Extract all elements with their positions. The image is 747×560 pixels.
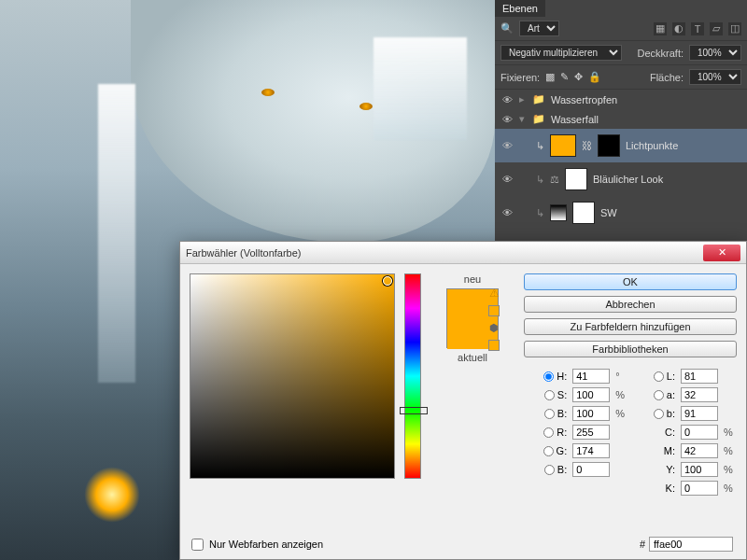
- gamut-swatch[interactable]: [488, 305, 500, 316]
- g-input[interactable]: [572, 443, 610, 458]
- current-label: aktuell: [458, 352, 487, 363]
- cancel-button[interactable]: Abbrechen: [524, 296, 737, 313]
- search-icon: 🔍: [500, 22, 514, 35]
- r-input[interactable]: [572, 425, 610, 440]
- hex-prefix: #: [640, 539, 645, 550]
- webonly-checkbox[interactable]: [191, 539, 204, 551]
- lock-trans-icon[interactable]: ▩: [545, 71, 555, 83]
- opacity-input[interactable]: 100%: [689, 45, 741, 61]
- l-radio[interactable]: [654, 371, 664, 382]
- hex-input[interactable]: [649, 537, 733, 552]
- fill-label: Fläche:: [650, 72, 684, 83]
- folder-icon: 📁: [532, 93, 545, 105]
- color-picker-dialog: Farbwähler (Volltonfarbe) ✕ neu aktuell …: [179, 241, 747, 560]
- visibility-icon[interactable]: 👁: [500, 114, 514, 125]
- color-values: H:° L: S:% a: B:% b: R: C:% G: M:% B: Y:…: [524, 369, 737, 496]
- filter-pixel-icon[interactable]: ▦: [654, 22, 667, 35]
- hue-pointer: [400, 407, 428, 414]
- waterfall: [98, 84, 135, 383]
- layers-panel: Ebenen 🔍 Art ▦ ◐ T ▱ ◫ Negativ multipliz…: [495, 0, 747, 243]
- sv-cursor: [383, 276, 392, 286]
- k-input[interactable]: [681, 481, 718, 496]
- layer-mask[interactable]: [565, 168, 587, 190]
- c-input[interactable]: [681, 425, 718, 440]
- folder-icon: 📁: [532, 113, 545, 125]
- bv-radio[interactable]: [544, 409, 555, 419]
- a-radio[interactable]: [654, 390, 664, 400]
- layer-list: 👁 ▸ 📁 Wassertropfen 👁 ▾ 📁 Wasserfall 👁 ↳…: [495, 90, 747, 230]
- libraries-button[interactable]: Farbbibliotheken: [524, 341, 737, 357]
- lock-move-icon[interactable]: ✥: [574, 71, 583, 83]
- opacity-label: Deckkraft:: [637, 48, 684, 59]
- layer-row[interactable]: 👁 ↳ SW: [495, 196, 747, 230]
- layer-row[interactable]: 👁 ▸ 📁 Wassertropfen: [495, 90, 747, 109]
- expand-icon[interactable]: ▸: [519, 93, 527, 105]
- layer-name: Lichtpunkte: [626, 140, 678, 151]
- adjustment-icon: ⚖: [550, 174, 559, 186]
- layer-mask[interactable]: [572, 202, 595, 224]
- visibility-icon[interactable]: 👁: [500, 140, 514, 151]
- hue-slider[interactable]: [404, 273, 421, 479]
- layer-thumb[interactable]: [550, 204, 567, 221]
- a-input[interactable]: [681, 387, 718, 402]
- layer-name: SW: [600, 207, 617, 218]
- add-swatch-button[interactable]: Zu Farbfeldern hinzufügen: [524, 318, 737, 335]
- layer-name: Bläulicher Look: [593, 174, 663, 185]
- webonly-label: Nur Webfarben anzeigen: [209, 539, 323, 550]
- panel-tab-layers[interactable]: Ebenen: [495, 0, 545, 17]
- visibility-icon[interactable]: 👁: [500, 174, 514, 185]
- blend-mode-select[interactable]: Negativ multiplizieren: [500, 45, 622, 61]
- close-icon[interactable]: ✕: [703, 245, 740, 261]
- layer-row[interactable]: 👁 ↳ ⚖ Bläulicher Look: [495, 162, 747, 196]
- visibility-icon[interactable]: 👁: [500, 94, 514, 105]
- h-radio[interactable]: [543, 371, 554, 382]
- fill-input[interactable]: 100%: [689, 69, 741, 85]
- saturation-value-field[interactable]: [190, 273, 395, 479]
- b-radio[interactable]: [544, 465, 555, 475]
- visibility-icon[interactable]: 👁: [500, 207, 514, 218]
- layer-filter-select[interactable]: Art: [519, 21, 559, 36]
- filter-smart-icon[interactable]: ◫: [728, 22, 741, 35]
- layer-row[interactable]: 👁 ▾ 📁 Wasserfall: [495, 109, 747, 129]
- lock-all-icon[interactable]: 🔒: [588, 71, 601, 83]
- layer-mask[interactable]: [598, 134, 620, 157]
- r-radio[interactable]: [543, 427, 554, 438]
- ok-button[interactable]: OK: [524, 273, 737, 290]
- boat: [28, 495, 140, 551]
- bv-input[interactable]: [572, 406, 610, 421]
- lock-paint-icon[interactable]: ✎: [560, 71, 569, 83]
- lock-label: Fixieren:: [500, 72, 540, 83]
- m-input[interactable]: [681, 443, 718, 458]
- dialog-title: Farbwähler (Volltonfarbe): [186, 247, 703, 259]
- layer-name: Wasserfall: [551, 114, 599, 125]
- new-label: neu: [464, 273, 481, 285]
- y-input[interactable]: [681, 462, 718, 477]
- lb-radio[interactable]: [654, 409, 664, 419]
- s-input[interactable]: [572, 387, 610, 402]
- websafe-icon[interactable]: ⬢: [489, 322, 499, 334]
- s-radio[interactable]: [544, 390, 555, 400]
- filter-adjust-icon[interactable]: ◐: [672, 22, 685, 35]
- filter-type-icon[interactable]: T: [691, 22, 704, 35]
- filter-shape-icon[interactable]: ▱: [710, 22, 723, 35]
- l-input[interactable]: [681, 369, 718, 384]
- gamut-warning-icon[interactable]: ⚠: [489, 287, 500, 300]
- layer-name: Wassertropfen: [551, 94, 617, 105]
- b-input[interactable]: [572, 462, 610, 477]
- layer-thumb[interactable]: [550, 134, 576, 157]
- link-icon[interactable]: ⛓: [582, 140, 592, 151]
- waterfall: [374, 37, 467, 140]
- h-input[interactable]: [572, 369, 610, 384]
- dialog-titlebar[interactable]: Farbwähler (Volltonfarbe) ✕: [180, 242, 746, 264]
- layer-row[interactable]: 👁 ↳ ⛓ Lichtpunkte: [495, 129, 747, 162]
- lb-input[interactable]: [681, 406, 718, 421]
- g-radio[interactable]: [543, 446, 554, 456]
- eye-glow: [359, 103, 373, 110]
- websafe-swatch[interactable]: [488, 340, 500, 351]
- eye-glow: [261, 89, 275, 96]
- expand-icon[interactable]: ▾: [519, 113, 527, 125]
